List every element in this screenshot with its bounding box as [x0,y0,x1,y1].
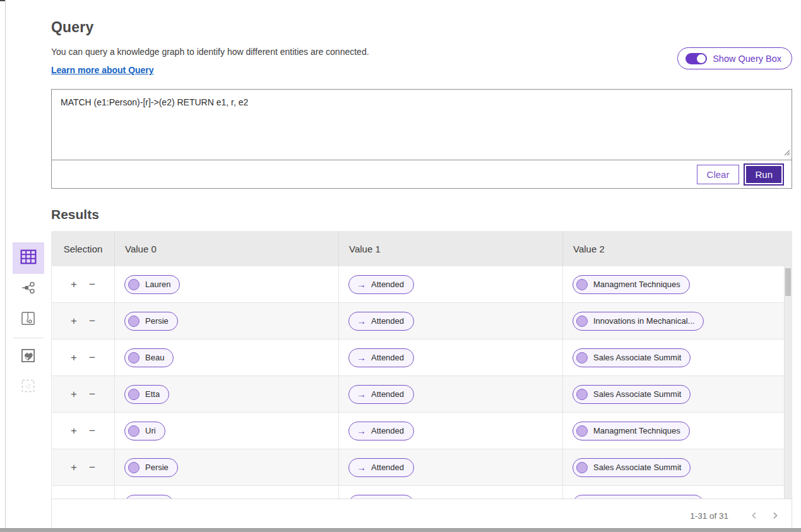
sidebar-item-map-view[interactable] [13,304,44,334]
entity-label: Lauren [145,280,170,289]
entity-pill[interactable]: Persie [124,312,178,331]
entity-label: Beau [145,353,164,362]
selection-cell: +− [52,266,115,302]
sidebar-item-table-view[interactable] [13,242,44,274]
entity-label: Sales Associate Summit [593,463,681,472]
add-to-selection-button[interactable]: + [71,462,77,473]
link-chart-icon [21,280,36,298]
selection-tool-icon [21,379,35,396]
remove-from-selection-button[interactable]: − [89,279,95,290]
value2-cell: Sales Associate Summit [563,376,792,412]
entity-pill[interactable]: Managment Techniques [573,422,690,440]
value0-cell: Uri [115,413,339,449]
table-row: +−Beau→AttendedInnovations in Mechanical… [52,486,792,499]
remove-from-selection-button[interactable]: − [89,316,95,326]
show-query-box-toggle[interactable]: Show Query Box [677,47,792,69]
remove-from-selection-button[interactable]: − [89,462,95,473]
value0-cell: Etta [115,376,339,412]
entity-pill[interactable]: Innovations in Mechanical... [573,312,704,331]
window-edge-artifact [0,0,5,1]
entity-pill[interactable]: Beau [124,348,174,367]
entity-pill[interactable]: Beau [124,495,174,499]
query-panel: MATCH (e1:Person)-[r]->(e2) RETURN e1, r… [51,89,792,189]
view-toolbar [6,242,50,402]
relationship-pill[interactable]: →Attended [348,495,414,499]
relationship-pill[interactable]: →Attended [348,275,414,294]
add-to-selection-button[interactable]: + [71,389,77,399]
entity-node-icon [576,352,588,364]
entity-label: Sales Associate Summit [593,353,681,362]
value0-cell: Persie [115,449,339,485]
add-to-selection-button[interactable]: + [71,425,77,436]
value0-cell: Lauren [115,266,339,302]
query-input[interactable]: MATCH (e1:Person)-[r]->(e2) RETURN e1, r… [52,90,792,160]
entity-pill[interactable]: Sales Associate Summit [573,385,691,404]
selection-cell: +− [52,413,115,449]
entity-label: Sales Associate Summit [593,389,681,399]
value0-cell: Persie [115,303,339,339]
relationship-pill[interactable]: →Attended [348,385,414,404]
value1-cell: →Attended [339,449,563,485]
relationship-pill[interactable]: →Attended [348,348,414,367]
query-editor-area: MATCH (e1:Person)-[r]->(e2) RETURN e1, r… [52,90,792,160]
value2-cell: Innovations in Mechanical... [563,303,792,339]
learn-more-link[interactable]: Learn more about Query [51,65,154,75]
add-to-selection-button[interactable]: + [71,352,77,363]
relationship-arrow-icon: → [357,463,366,472]
clear-button[interactable]: Clear [697,165,740,184]
previous-page-button[interactable] [744,505,764,526]
value2-cell: Sales Associate Summit [563,449,792,485]
value1-cell: →Attended [339,486,563,499]
run-button[interactable]: Run [745,165,783,184]
toggle-knob [697,54,706,63]
toggle-switch-icon [685,53,707,64]
add-to-selection-button[interactable]: + [71,316,77,326]
value1-cell: →Attended [339,303,563,339]
relationship-pill[interactable]: →Attended [348,422,414,440]
vertical-scrollbar[interactable] [784,266,792,499]
value2-cell: Managment Techniques [563,413,792,449]
remove-from-selection-button[interactable]: − [89,389,95,399]
remove-from-selection-button[interactable]: − [89,425,95,436]
scrollbar-thumb[interactable] [785,268,791,296]
value1-cell: →Attended [339,376,563,412]
entity-pill[interactable]: Sales Associate Summit [573,348,691,367]
remove-from-selection-button[interactable]: − [89,352,95,363]
next-page-button[interactable] [764,505,785,526]
table-row: +−Beau→AttendedSales Associate Summit [52,340,792,376]
table-header-row: Selection Value 0 Value 1 Value 2 [52,231,792,266]
relationship-label: Attended [371,426,404,435]
table-row: +−Lauren→AttendedManagment Techniques [52,266,792,303]
entity-pill[interactable]: Innovations in Mechanical... [573,495,704,499]
entity-pill[interactable]: Etta [124,385,169,404]
table-row: +−Etta→AttendedSales Associate Summit [52,376,792,413]
sidebar-item-add-to-link-chart[interactable] [13,341,44,372]
entity-node-icon [128,425,139,437]
entity-pill[interactable]: Managment Techniques [573,275,690,294]
relationship-label: Attended [371,463,404,472]
relationship-pill[interactable]: →Attended [348,458,414,477]
entity-label: Managment Techniques [593,426,680,435]
sidebar-item-add-selection [13,372,44,402]
selection-cell: +− [52,449,115,485]
table-body: +−Lauren→AttendedManagment Techniques+−P… [52,266,792,499]
table-view-icon [20,249,37,267]
sidebar-item-link-chart-view[interactable] [13,274,44,304]
value1-cell: →Attended [339,266,563,302]
pagination-range-label: 1-31 of 31 [690,511,728,521]
entity-node-icon [128,462,139,473]
query-page: Query You can query a knowledge graph to… [51,0,792,532]
value0-cell: Beau [115,340,339,375]
add-to-selection-button[interactable]: + [71,279,77,290]
entity-pill[interactable]: Lauren [124,275,180,294]
table-row: +−Persie→AttendedSales Associate Summit [52,449,792,486]
selection-cell: +− [52,303,115,339]
value2-cell: Innovations in Mechanical... [563,486,792,499]
entity-pill[interactable]: Sales Associate Summit [573,458,691,477]
entity-pill[interactable]: Uri [124,422,165,440]
relationship-pill[interactable]: →Attended [348,312,414,331]
entity-label: Innovations in Mechanical... [593,316,694,326]
entity-node-icon [576,462,588,473]
map-view-icon [21,311,35,328]
entity-pill[interactable]: Persie [124,458,178,477]
